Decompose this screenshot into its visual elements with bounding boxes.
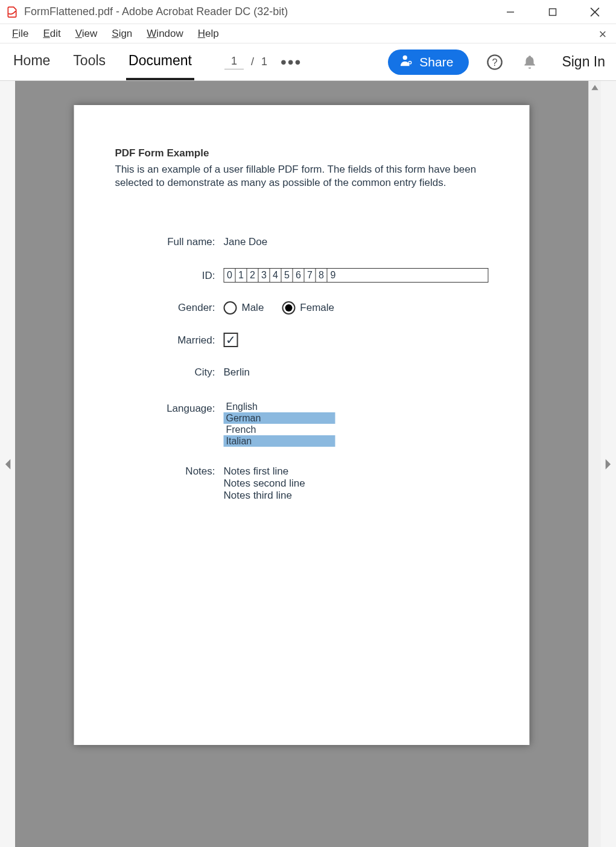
menu-window[interactable]: Window xyxy=(139,28,190,40)
id-digit: 9 xyxy=(328,269,339,282)
language-option: French xyxy=(224,424,335,435)
svg-marker-11 xyxy=(591,85,598,90)
notes-line: Notes second line xyxy=(224,476,489,488)
form-fields: Full name: Jane Doe ID: 0 1 2 3 4 5 6 xyxy=(115,234,489,500)
window-title: FormFlattened.pdf - Adobe Acrobat Reader… xyxy=(24,5,288,18)
page-separator: / xyxy=(251,56,254,68)
menu-view[interactable]: View xyxy=(68,28,105,40)
radio-unchecked-icon xyxy=(224,301,237,315)
menu-sign[interactable]: Sign xyxy=(104,28,139,40)
toolbar-right: ? Sign In xyxy=(486,53,605,71)
page-current-input[interactable]: 1 xyxy=(224,55,244,69)
help-button[interactable]: ? xyxy=(486,53,504,71)
notes-label: Notes: xyxy=(115,464,224,479)
svg-point-4 xyxy=(403,56,407,60)
left-panel-toggle[interactable] xyxy=(0,81,15,847)
share-person-icon xyxy=(400,54,413,70)
field-married: Married: ✓ xyxy=(115,333,489,348)
full-name-label: Full name: xyxy=(115,234,224,250)
married-checkbox-checked-icon: ✓ xyxy=(224,333,238,347)
acrobat-icon xyxy=(6,6,18,18)
scroll-up-arrow-icon[interactable] xyxy=(591,83,599,92)
field-gender: Gender: Male Female xyxy=(115,300,489,316)
field-city: City: Berlin xyxy=(115,365,489,380)
window-minimize-button[interactable] xyxy=(489,0,532,24)
language-option: English xyxy=(224,401,335,412)
id-digit-boxes: 0 1 2 3 4 5 6 7 8 9 xyxy=(224,268,489,283)
id-digit: 0 xyxy=(224,269,236,282)
title-bar: FormFlattened.pdf - Adobe Acrobat Reader… xyxy=(0,0,616,24)
id-digit: 1 xyxy=(236,269,247,282)
gender-label: Gender: xyxy=(115,300,224,316)
menu-help[interactable]: Help xyxy=(191,28,226,40)
form-heading: PDF Form Example xyxy=(115,147,489,159)
field-id: ID: 0 1 2 3 4 5 6 7 8 9 xyxy=(115,268,489,284)
full-name-value: Jane Doe xyxy=(224,234,489,250)
city-label: City: xyxy=(115,365,224,380)
form-description: This is an example of a user fillable PD… xyxy=(115,163,489,190)
id-digit: 8 xyxy=(316,269,328,282)
menu-file[interactable]: File xyxy=(5,28,36,40)
document-area: PDF Form Example This is an example of a… xyxy=(0,81,616,847)
id-digit: 5 xyxy=(282,269,293,282)
page-total: 1 xyxy=(261,56,267,68)
language-option-selected: Italian xyxy=(224,435,335,447)
notes-value: Notes first line Notes second line Notes… xyxy=(224,464,489,500)
id-digit: 3 xyxy=(259,269,270,282)
page-indicator: 1 / 1 xyxy=(224,55,267,69)
document-close-button[interactable]: × xyxy=(595,27,610,42)
id-label: ID: xyxy=(115,268,224,284)
toolbar-tabs: Home Tools Document xyxy=(11,44,194,80)
id-digit: 4 xyxy=(270,269,282,282)
share-button[interactable]: Share xyxy=(388,50,469,75)
toolbar: Home Tools Document 1 / 1 ••• Share ? Si… xyxy=(0,43,616,81)
more-options-button[interactable]: ••• xyxy=(281,53,302,72)
id-digit: 7 xyxy=(305,269,316,282)
gender-option-male: Male xyxy=(224,300,264,316)
language-option-selected: German xyxy=(224,412,335,424)
svg-rect-1 xyxy=(550,8,556,15)
vertical-scrollbar[interactable] xyxy=(588,81,601,847)
window-close-button[interactable] xyxy=(574,0,616,24)
tab-home[interactable]: Home xyxy=(11,44,52,80)
window-maximize-button[interactable] xyxy=(532,0,574,24)
language-label: Language: xyxy=(115,401,224,417)
field-language: Language: English German French Italian xyxy=(115,401,489,447)
married-label: Married: xyxy=(115,333,224,348)
notifications-button[interactable] xyxy=(521,53,539,71)
pdf-page: PDF Form Example This is an example of a… xyxy=(74,105,530,745)
tab-tools[interactable]: Tools xyxy=(71,44,108,80)
radio-checked-icon xyxy=(282,301,295,315)
city-value: Berlin xyxy=(224,365,489,380)
tab-document[interactable]: Document xyxy=(126,44,194,80)
share-label: Share xyxy=(419,55,453,69)
sign-in-button[interactable]: Sign In xyxy=(562,54,605,70)
notes-line: Notes third line xyxy=(224,488,489,500)
language-list: English German French Italian xyxy=(224,401,335,447)
document-viewport[interactable]: PDF Form Example This is an example of a… xyxy=(15,81,588,847)
field-full-name: Full name: Jane Doe xyxy=(115,234,489,250)
id-digit: 6 xyxy=(293,269,305,282)
svg-text:?: ? xyxy=(492,56,498,67)
svg-marker-10 xyxy=(5,459,10,469)
menu-bar: File Edit View Sign Window Help × xyxy=(0,24,616,43)
menu-edit[interactable]: Edit xyxy=(36,28,68,40)
svg-marker-12 xyxy=(606,459,611,469)
notes-line: Notes first line xyxy=(224,464,489,476)
field-notes: Notes: Notes first line Notes second lin… xyxy=(115,464,489,500)
right-panel-toggle[interactable] xyxy=(601,81,616,847)
gender-option-female: Female xyxy=(282,300,334,316)
gender-female-label: Female xyxy=(300,300,334,316)
id-digit: 2 xyxy=(247,269,259,282)
gender-male-label: Male xyxy=(242,300,264,316)
